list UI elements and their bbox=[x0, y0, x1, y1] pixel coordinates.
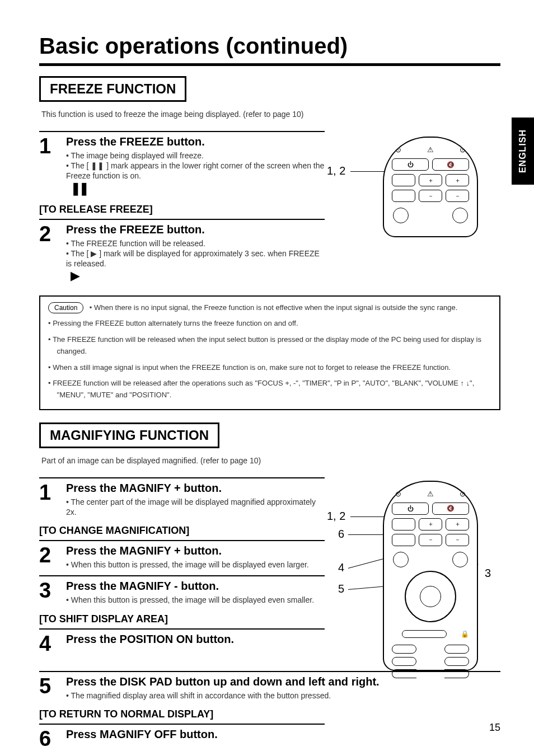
step-title: Press the MAGNIFY + button. bbox=[66, 544, 325, 557]
lock-icon: 🔒 bbox=[461, 630, 469, 638]
change-magnification-heading: [TO CHANGE MAGNIFICATION] bbox=[39, 525, 325, 537]
magnify-minus-button: － bbox=[419, 190, 442, 202]
play-icon: ▶ bbox=[71, 269, 80, 283]
remote-small-button bbox=[392, 645, 416, 654]
step-number: 1 bbox=[39, 135, 66, 157]
magnify-step-6: 6 Press MAGNIFY OFF button. bbox=[39, 724, 325, 749]
step-title: Press the MAGNIFY - button. bbox=[66, 580, 325, 593]
callout-4: 4 bbox=[338, 561, 344, 574]
target-icon: ⊙ bbox=[460, 145, 466, 154]
step-sub: • When this button is pressed, the image… bbox=[66, 560, 325, 570]
remote-small-button bbox=[444, 669, 469, 678]
step-title: Press the FREEZE button. bbox=[66, 135, 325, 148]
caution-label: Caution bbox=[48, 302, 83, 313]
magnify-plus-button: ＋ bbox=[419, 174, 442, 186]
magnify-step-2: 2 Press the MAGNIFY + button. • When thi… bbox=[39, 540, 325, 570]
caution-bullet: • When a still image signal is input whe… bbox=[48, 362, 491, 374]
target-icon: ⊙ bbox=[460, 490, 466, 498]
step-sub: • The FREEZE function will be released. … bbox=[66, 238, 325, 269]
remote-small-button bbox=[392, 669, 416, 678]
mute-button: 🔇 bbox=[432, 158, 469, 171]
step-title: Press MAGNIFY OFF button. bbox=[66, 728, 325, 741]
page-number: 15 bbox=[489, 722, 500, 734]
volume-up-button: ＋ bbox=[446, 174, 469, 186]
magnify-desc: Part of an image can be displayed magnif… bbox=[41, 456, 500, 465]
language-label: ENGLISH bbox=[518, 129, 528, 173]
step-number: 6 bbox=[39, 728, 66, 749]
position-button bbox=[393, 208, 409, 223]
remote-small-button bbox=[444, 645, 469, 654]
slider bbox=[402, 630, 447, 638]
warning-icon: ⚠ bbox=[427, 490, 434, 498]
warning-icon: ⚠ bbox=[427, 145, 434, 154]
step-sub: • When this button is pressed, the image… bbox=[66, 595, 325, 605]
off-button bbox=[392, 190, 415, 202]
step-number: 5 bbox=[39, 675, 66, 697]
remote-illustration-magnify: 1, 2 6 4 5 3 ⊙ ⚠ ⊙ ⏻ 🔇 bbox=[344, 477, 500, 671]
callout-6: 6 bbox=[338, 528, 344, 541]
freeze-heading: FREEZE FUNCTION bbox=[39, 76, 186, 102]
step-sub: • The magnified display area will shift … bbox=[66, 691, 500, 701]
magnify-step-4: 4 Press the POSITION ON button. bbox=[39, 628, 325, 654]
freeze-button bbox=[392, 174, 415, 186]
remote-outline: ⊙ ⚠ ⊙ ⏻ 🔇 ＋ ＋ － － bbox=[383, 481, 478, 671]
freeze-button bbox=[392, 518, 415, 530]
callout-5: 5 bbox=[338, 583, 344, 595]
target-icon: ⊙ bbox=[395, 490, 401, 498]
menu-button bbox=[452, 208, 468, 223]
step-title: Press the POSITION ON button. bbox=[66, 633, 325, 646]
release-freeze-heading: [TO RELEASE FREEZE] bbox=[39, 204, 325, 215]
target-icon: ⊙ bbox=[395, 145, 401, 154]
language-tab: ENGLISH bbox=[512, 118, 534, 185]
step-title: Press the FREEZE button. bbox=[66, 223, 325, 236]
freeze-step-2: 2 Press the FREEZE button. • The FREEZE … bbox=[39, 219, 325, 284]
remote-small-button bbox=[444, 657, 469, 666]
pause-icon: ❚❚ bbox=[71, 181, 87, 196]
volume-up-button: ＋ bbox=[446, 518, 469, 530]
menu-button bbox=[452, 552, 468, 567]
magnify-minus-button: － bbox=[419, 534, 442, 546]
volume-down-button: － bbox=[446, 190, 469, 202]
return-normal-heading: [TO RETURN TO NORMAL DISPLAY] bbox=[39, 708, 500, 720]
step-number: 2 bbox=[39, 544, 66, 566]
step-number: 4 bbox=[39, 633, 66, 654]
step-number: 2 bbox=[39, 223, 66, 245]
step-number: 3 bbox=[39, 580, 66, 601]
callout-1-2: 1, 2 bbox=[327, 165, 345, 177]
magnify-plus-button: ＋ bbox=[419, 518, 442, 530]
freeze-desc: This function is used to freeze the imag… bbox=[41, 110, 500, 119]
magnify-heading: MAGNIFYING FUNCTION bbox=[39, 422, 219, 448]
remote-small-button bbox=[392, 657, 416, 666]
freeze-step-1: 1 Press the FREEZE button. • The image b… bbox=[39, 131, 325, 196]
mute-button: 🔇 bbox=[432, 503, 469, 515]
caution-bullet: • The FREEZE function will be released w… bbox=[48, 334, 491, 358]
off-button bbox=[392, 534, 415, 546]
disk-pad-center bbox=[420, 586, 441, 607]
caution-intro: • When there is no input signal, the Fre… bbox=[90, 303, 458, 312]
remote-illustration-freeze: 1, 2 ⊙ ⚠ ⊙ ⏻ 🔇 ＋ ＋ － bbox=[344, 131, 500, 289]
remote-outline: ⊙ ⚠ ⊙ ⏻ 🔇 ＋ ＋ － － bbox=[383, 137, 478, 237]
magnify-step-3: 3 Press the MAGNIFY - button. • When thi… bbox=[39, 575, 325, 605]
volume-down-button: － bbox=[446, 534, 469, 546]
caution-box-freeze: Caution • When there is no input signal,… bbox=[39, 295, 500, 410]
caution-bullet: • FREEZE function will be released after… bbox=[48, 378, 491, 401]
step-number: 1 bbox=[39, 482, 66, 503]
position-button bbox=[393, 552, 409, 567]
step-sub: • The image being displayed will freeze.… bbox=[66, 151, 325, 181]
step-sub: • The center part of the image will be d… bbox=[66, 497, 325, 517]
magnify-step-1: 1 Press the MAGNIFY + button. • The cent… bbox=[39, 477, 325, 517]
disk-pad bbox=[405, 571, 456, 622]
callout-3: 3 bbox=[485, 567, 491, 580]
page-title: Basic operations (continued) bbox=[39, 34, 500, 66]
power-button: ⏻ bbox=[392, 503, 429, 515]
shift-display-heading: [TO SHIFT DISPLAY AREA] bbox=[39, 613, 325, 625]
caution-bullet: • Pressing the FREEZE button alternately… bbox=[48, 318, 491, 330]
callout-1-2: 1, 2 bbox=[327, 510, 345, 523]
power-button: ⏻ bbox=[392, 158, 429, 171]
step-title: Press the MAGNIFY + button. bbox=[66, 482, 325, 495]
